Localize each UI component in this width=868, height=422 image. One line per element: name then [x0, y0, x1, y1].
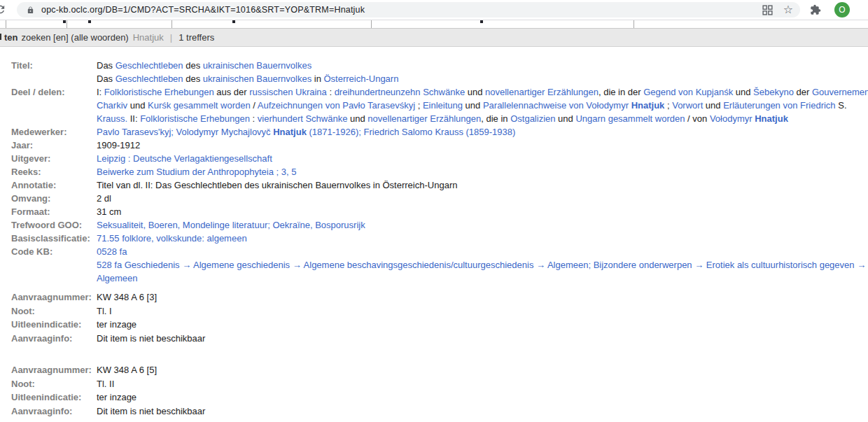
field-label: Reeks:	[0, 165, 97, 178]
field-value: I: Folkloristische Erhebungen aus der ru…	[97, 85, 868, 125]
address-bar[interactable]: opc-kb.oclc.org/DB=1/CMD?ACT=SRCHA&IKT=1…	[17, 2, 800, 17]
search-term-link[interactable]: Hnatjuk	[631, 100, 665, 111]
text-segment: I:	[97, 87, 104, 97]
field-label: Titel:	[0, 59, 97, 85]
tab-fragment	[232, 20, 235, 23]
catalog-link[interactable]: Kurśk gesammelt worden	[148, 100, 251, 111]
field-label: Omvang:	[0, 192, 97, 205]
field-line: Algemeen	[97, 272, 866, 285]
site-tab-strip[interactable]	[0, 20, 868, 29]
text-segment: II:	[127, 113, 140, 124]
record-row: Titel:Das Geschlechtleben des ukrainisch…	[0, 59, 868, 85]
field-line: 1909-1912	[97, 139, 140, 152]
catalog-link[interactable]: 0528 fa	[97, 246, 127, 257]
divider: |	[170, 32, 172, 43]
record-row: Reeks:Beiwerke zum Studium der Anthropop…	[0, 165, 868, 178]
catalog-link[interactable]: Krauss.	[97, 113, 127, 124]
field-label: Aanvraaginfo:	[0, 405, 97, 419]
record-row: Deel / delen:I: Folkloristische Erhebung…	[0, 85, 868, 125]
catalog-link[interactable]: Ostgalizien	[510, 113, 555, 124]
field-label: Noot:	[0, 377, 97, 391]
catalog-link[interactable]: dreihundertneunzehn Schwänke	[335, 87, 465, 97]
search-term-link[interactable]: Hnatjuk	[273, 127, 307, 137]
field-label: Annotatie:	[0, 178, 97, 192]
catalog-link[interactable]: Gouvernements	[812, 87, 868, 97]
catalog-link[interactable]: Seksualiteit, Boeren, Mondelinge literat…	[97, 220, 365, 230]
search-term-link[interactable]: Hnatjuk	[755, 113, 788, 124]
catalog-link[interactable]: Geschlechtleben	[115, 60, 183, 71]
catalog-link[interactable]: Geschlechtleben	[115, 73, 183, 84]
field-value: Tl. II	[97, 377, 114, 391]
text-segment: , die in der	[598, 87, 643, 97]
text-segment: Titel van dl. II: Das Geschlechtleben de…	[97, 180, 457, 190]
catalog-link[interactable]: Folkloristische Erhebungen	[104, 87, 214, 97]
field-value: KW 348 A 6 [5]	[97, 363, 157, 377]
catalog-link[interactable]: Charkiv	[97, 100, 127, 111]
catalog-link[interactable]: Erläuterungen von Friedrich	[723, 100, 835, 111]
bookmark-star-icon[interactable]: ☆	[783, 4, 793, 15]
catalog-link[interactable]: Vołodymyr	[710, 113, 752, 124]
catalog-link[interactable]: Aufzeichnungen von Pavło Tarasevśkyj	[258, 100, 415, 111]
catalog-link[interactable]: Leipzig : Deutsche Verlagaktiengesellsch…	[97, 153, 272, 164]
record-detail: Titel:Das Geschlechtleben des ukrainisch…	[0, 47, 868, 418]
record-row: Code KB:0528 fa528 fa Geschiedenis → Alg…	[0, 245, 868, 285]
text-segment: ;	[415, 100, 423, 111]
text-segment: , die in	[481, 113, 510, 124]
field-label: Aanvraagnummer:	[0, 363, 97, 377]
holding-row: Noot:Tl. I	[0, 304, 868, 318]
text-segment: und	[733, 87, 753, 97]
catalog-link[interactable]: Šebekyno	[753, 87, 794, 97]
field-label: Noot:	[0, 304, 97, 318]
url-text[interactable]: opc-kb.oclc.org/DB=1/CMD?ACT=SRCHA&IKT=1…	[41, 5, 365, 15]
search-status-bar: ten zoeken [en] (alle woorden) Hnatjuk |…	[0, 29, 868, 47]
text-segment: S.	[836, 100, 847, 111]
catalog-link[interactable]: russischen Ukraina	[249, 87, 327, 97]
catalog-link[interactable]: Österreich-Ungarn	[323, 73, 398, 84]
holding-block: Aanvraagnummer:KW 348 A 6 [3]Noot:Tl. IU…	[0, 290, 868, 345]
field-line: Leipzig : Deutsche Verlagaktiengesellsch…	[97, 152, 272, 165]
field-label: Aanvraagnummer:	[0, 290, 97, 304]
text-segment: und	[347, 113, 368, 124]
holding-row: Aanvraagnummer:KW 348 A 6 [5]	[0, 363, 868, 377]
field-value: 1909-1912	[97, 139, 140, 152]
record-row: Formaat:31 cm	[0, 205, 868, 218]
field-line: Charkiv und Kurśk gesammelt worden / Auf…	[97, 99, 868, 112]
field-line: 2 dl	[97, 192, 111, 205]
tab-separator	[634, 20, 634, 28]
catalog-link[interactable]: Vorwort	[672, 100, 703, 111]
field-line: 0528 fa	[97, 245, 866, 258]
field-line: Das Geschlechtleben des ukrainischen Bau…	[97, 59, 398, 72]
catalog-link[interactable]: ukrainischen Bauernvolkes	[203, 73, 312, 84]
catalog-link[interactable]: (1871-1926); Friedrich Salomo Krauss (18…	[307, 127, 515, 137]
catalog-link[interactable]: Gegend von Kupjanśk	[643, 87, 733, 97]
field-value: 0528 fa528 fa Geschiedenis → Algemene ge…	[97, 245, 866, 285]
catalog-link[interactable]: Ungarn gesammelt worden	[575, 113, 685, 124]
extensions-icon[interactable]	[810, 4, 821, 15]
text-segment: des	[183, 60, 203, 71]
record-row: Trefwoord GOO:Seksualiteit, Boeren, Mond…	[0, 218, 868, 232]
lock-icon	[27, 6, 34, 15]
result-count: 1 treffers	[178, 32, 214, 43]
catalog-link[interactable]: Beiwerke zum Studium der Anthropophyteia…	[97, 167, 296, 177]
catalog-link[interactable]: novellenartiger Erzählungen	[368, 113, 481, 124]
text-segment: des	[183, 73, 203, 84]
profile-avatar[interactable]: O	[834, 2, 850, 17]
catalog-link[interactable]: vierhundert Schwänke	[258, 113, 348, 124]
grid-icon[interactable]	[762, 5, 773, 15]
catalog-link[interactable]: Folkloristische Erhebungen	[140, 113, 250, 124]
catalog-link[interactable]: 528 fa Geschiedenis → Algemene geschiede…	[97, 260, 866, 270]
field-label: Uitleenindicatie:	[0, 318, 97, 332]
catalog-link[interactable]: novellenartiger Erzählungen	[485, 87, 598, 97]
catalog-link[interactable]: Algemeen	[97, 273, 138, 283]
catalog-link[interactable]: ukrainischen Bauernvolkes	[203, 60, 312, 71]
holding-row: Aanvraagnummer:KW 348 A 6 [3]	[0, 290, 868, 304]
catalog-link[interactable]: 71.55 folklore, volkskunde: algemeen	[97, 233, 247, 244]
catalog-link[interactable]: Einleitung	[423, 100, 463, 111]
reload-icon[interactable]	[0, 3, 6, 15]
field-label: Trefwoord GOO:	[0, 218, 97, 232]
field-label: Aanvraaginfo:	[0, 332, 97, 346]
catalog-link[interactable]: Pavlo Tarasevs'kyj; Volodymyr Mychajlovy…	[97, 127, 273, 137]
catalog-link[interactable]: Parallelennachweise von Vołodymyr	[483, 100, 629, 111]
record-row: Medewerker:Pavlo Tarasevs'kyj; Volodymyr…	[0, 125, 868, 139]
text-segment: und	[465, 87, 485, 97]
